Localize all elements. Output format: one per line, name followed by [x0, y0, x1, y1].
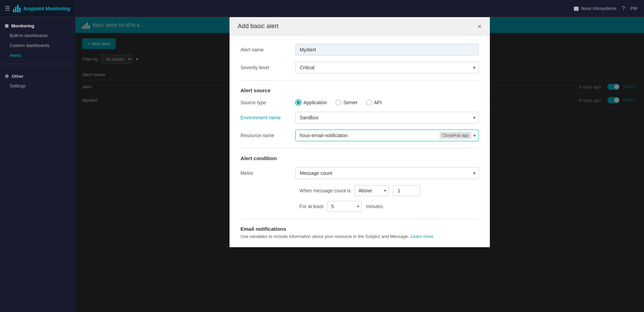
severity-select-wrapper: Critical Warning Info ▾ [295, 62, 479, 73]
modal-title: Add basic alert [238, 23, 278, 30]
org-icon: 🏢 [573, 6, 579, 11]
email-notifications-desc: Use variables to include information abo… [240, 234, 479, 239]
sidebar-item-alerts[interactable]: Alerts [0, 50, 75, 60]
when-number-input[interactable] [393, 185, 420, 196]
metric-select[interactable]: Message count Error count Response time [295, 167, 479, 179]
radio-server-circle [335, 99, 342, 106]
for-minutes-select[interactable]: 1 5 10 15 30 [327, 201, 362, 212]
other-icon: ⚙ [5, 74, 9, 79]
environment-label: Environment name [240, 115, 295, 120]
source-type-radio-group: Application Server API [295, 99, 479, 106]
email-notifications-title: Email notifications [240, 226, 479, 232]
email-notifications-section: Email notifications Use variables to inc… [240, 226, 479, 239]
resource-name-label: Resource name [240, 133, 295, 138]
learn-more-link[interactable]: Learn more [410, 234, 433, 239]
modal-header: Add basic alert × [230, 17, 490, 36]
sidebar: ☰ Anypoint Monitoring ⊞ Monitoring Built… [0, 0, 75, 312]
app-name: Anypoint Monitoring [23, 6, 70, 11]
sidebar-header: ☰ Anypoint Monitoring [0, 0, 75, 17]
radio-api-circle [366, 99, 372, 106]
modal-overlay: Add basic alert × Alert name Severity le… [75, 17, 644, 312]
cloudhub-tag: CloudHub app [439, 132, 471, 139]
when-label: When message count is [299, 188, 350, 193]
sidebar-item-settings[interactable]: Settings [0, 81, 75, 91]
metric-label: Metric [240, 170, 295, 176]
main-area: 🏢 Nous Infosystems ? PM Basic alerts for… [75, 0, 644, 312]
environment-row: Environment name Sandbox Production ▾ [240, 112, 479, 123]
menu-icon[interactable]: ☰ [5, 5, 10, 12]
topbar-org: 🏢 Nous Infosystems [573, 6, 616, 11]
alert-name-row: Alert name [240, 44, 479, 56]
severity-select[interactable]: Critical Warning Info [295, 62, 479, 73]
minutes-text: minutes. [366, 204, 384, 209]
radio-application-circle [295, 99, 301, 106]
alert-source-title: Alert source [240, 87, 479, 93]
severity-label: Severity level [240, 65, 295, 70]
user-initials: PM [631, 6, 637, 11]
resource-name-row: Resource name CloudHub app ▾ [240, 130, 479, 141]
sidebar-item-custom[interactable]: Custom dashboards [0, 40, 75, 50]
severity-row: Severity level Critical Warning Info ▾ [240, 62, 479, 73]
for-at-least-label: For at least [299, 204, 323, 209]
metric-select-wrapper: Message count Error count Response time … [295, 167, 479, 179]
alert-name-label: Alert name [240, 47, 295, 52]
for-at-least-row: For at least 1 5 10 15 30 ▾ minutes. [240, 201, 479, 212]
monitoring-section: ⊞ Monitoring [0, 17, 75, 31]
source-type-row: Source type Application Server [240, 99, 479, 106]
modal-body: Alert name Severity level Critical Warni… [230, 36, 490, 247]
radio-api[interactable]: API [366, 99, 382, 106]
monitoring-icon: ⊞ [5, 23, 9, 28]
when-condition-select-wrap: Above Below Equal to ▾ [355, 185, 389, 196]
resource-input-wrap: CloudHub app ▾ [295, 130, 479, 141]
modal: Add basic alert × Alert name Severity le… [230, 17, 490, 247]
topbar: 🏢 Nous Infosystems ? PM [75, 0, 644, 17]
logo-icon [13, 5, 21, 12]
content-area: Basic alerts for APIs a... + New alert F… [75, 17, 644, 312]
alert-condition-title: Alert condition [240, 155, 479, 161]
when-condition-row: When message count is Above Below Equal … [240, 185, 479, 196]
environment-select[interactable]: Sandbox Production [295, 112, 479, 123]
resource-arrow-icon: ▾ [473, 133, 476, 138]
radio-application[interactable]: Application [295, 99, 327, 106]
resource-name-input[interactable] [296, 130, 439, 141]
source-type-label: Source type [240, 100, 295, 105]
metric-row: Metric Message count Error count Respons… [240, 167, 479, 179]
environment-select-wrapper: Sandbox Production ▾ [295, 112, 479, 123]
radio-server[interactable]: Server [335, 99, 358, 106]
sidebar-item-built-in[interactable]: Built-in dashboards [0, 31, 75, 40]
help-icon[interactable]: ? [622, 5, 625, 12]
alert-name-input[interactable] [295, 44, 479, 56]
other-section: ⚙ Other [0, 68, 75, 81]
modal-close-button[interactable]: × [478, 23, 482, 30]
for-minutes-select-wrap: 1 5 10 15 30 ▾ [327, 201, 362, 212]
when-condition-select[interactable]: Above Below Equal to [355, 185, 389, 196]
